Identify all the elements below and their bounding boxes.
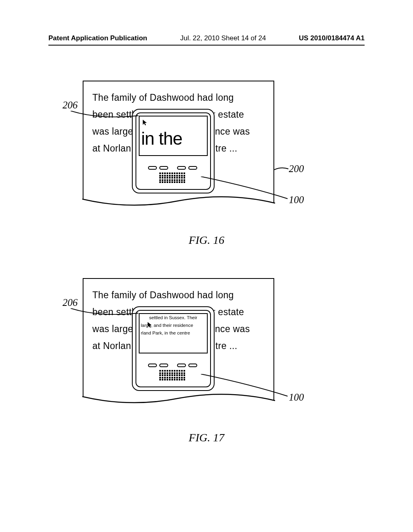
fig17-buttons-left: [148, 364, 168, 367]
header-right: US 2010/0184474 A1: [299, 34, 365, 42]
fig17-text-line4a: at Norlan: [92, 338, 131, 354]
lead-line-100-fig16: [201, 177, 290, 202]
fig16-buttons-right: [177, 166, 197, 170]
fig17-text-line4b: tre ...: [215, 338, 238, 354]
ref-206-fig17: 206: [63, 297, 78, 308]
fig17-buttons-right: [177, 364, 197, 367]
ref-100-fig17: 100: [289, 392, 304, 403]
fig17-small-line3: rland Park, in the centre: [140, 329, 207, 337]
fig16-text-line4a: at Norlan: [92, 140, 131, 157]
page-header: Patent Application Publication Jul. 22, …: [48, 34, 365, 46]
fig17-device-screen: settled in Sussex. Their large, and thei…: [139, 313, 208, 353]
cursor-icon: [147, 321, 154, 328]
fig16-magnified-text: in the: [140, 116, 207, 149]
fig17-keypad: [159, 370, 185, 380]
fig16-label: FIG. 16: [189, 234, 225, 247]
fig17-small-line1: settled in Sussex. Their: [140, 314, 207, 322]
fig16-text-line3b: nce was: [215, 123, 250, 140]
pill-button: [188, 364, 197, 367]
lead-line-206-fig16: [71, 111, 139, 121]
ref-206-fig16: 206: [63, 100, 78, 111]
fig16-buttons-left: [148, 166, 168, 170]
cursor-icon: [142, 119, 149, 126]
fig17-label: FIG. 17: [189, 431, 225, 444]
header-left: Patent Application Publication: [48, 34, 147, 42]
pill-button: [159, 364, 168, 367]
fig16-text-line3a: was large: [92, 123, 133, 140]
lead-line-206-fig17: [71, 308, 139, 318]
pill-button: [148, 364, 157, 367]
fig16-text-line4b: tre ...: [215, 140, 238, 157]
pill-button: [177, 166, 186, 170]
fig16-keypad: [159, 172, 185, 183]
fig16-text-line1: The family of Dashwood had long: [92, 89, 234, 106]
fig17-text-line3b: nce was: [215, 321, 250, 337]
fig17-text-line1: The family of Dashwood had long: [92, 287, 234, 303]
fig17-text-line3a: was large: [92, 321, 133, 337]
ref-100-fig16: 100: [289, 194, 304, 206]
pill-button: [188, 166, 197, 170]
fig16-device-screen: in the: [139, 116, 208, 156]
lead-line-200-fig16: [274, 167, 289, 174]
pill-button: [159, 166, 168, 170]
pill-button: [148, 166, 157, 170]
lead-line-100-fig17: [201, 374, 290, 399]
ref-200-fig16: 200: [289, 163, 304, 175]
header-center: Jul. 22, 2010 Sheet 14 of 24: [180, 34, 266, 42]
pill-button: [177, 364, 186, 367]
